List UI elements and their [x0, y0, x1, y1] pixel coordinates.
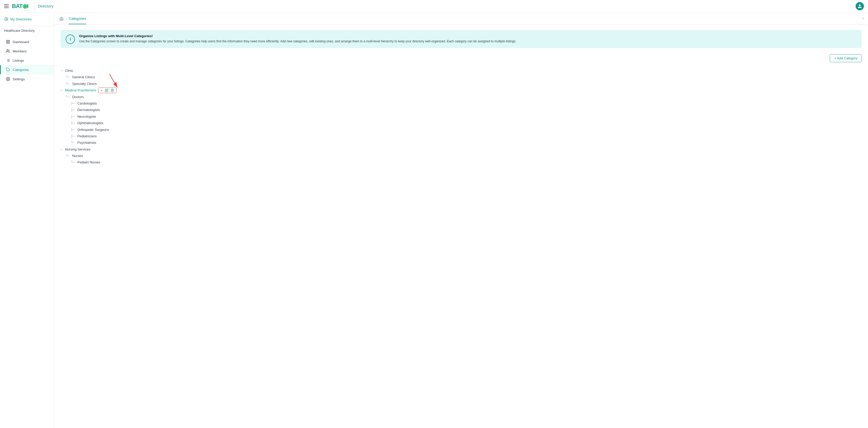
logo: BAT ◉ I: [12, 3, 28, 9]
tree-row-orthopedic-surgeons: ├─ Orthopedic Surgeons: [60, 127, 862, 133]
tree-row-general-clinics: └─ General Clinics: [60, 74, 862, 80]
tree-label-pediatri-nurses[interactable]: Pediatri Nurses: [77, 159, 100, 165]
tree-label-neurologists[interactable]: Neurologists: [77, 113, 96, 120]
tree-connector: └─: [71, 140, 77, 145]
info-banner-text: Organize Listings with Multi-Level Categ…: [79, 34, 516, 44]
svg-point-5: [7, 50, 8, 51]
tree-connector: └─: [66, 74, 71, 80]
tree-label-cardiologists[interactable]: Cardiologists: [77, 100, 97, 106]
chevron-left-icon: [861, 17, 865, 21]
tree-node-medical-practitioners: ─ Medical Practitioners +: [60, 87, 862, 146]
circle-arrow-icon: [4, 17, 8, 21]
tree-label-medical-practitioners[interactable]: Medical Practitioners: [65, 87, 96, 93]
svg-rect-1: [6, 40, 8, 41]
tree-label-general-clinics[interactable]: General Clinics: [72, 74, 95, 80]
tree-row-nurses: └─ Nurses: [60, 153, 862, 159]
tree-connector: └─: [71, 159, 77, 165]
tree-area: ─ Clinic └─ General Clinics └─ Specialty…: [60, 67, 862, 166]
delete-category-button[interactable]: [110, 89, 115, 92]
tree-node-nursing-services: ─ Nursing Services └─ Nurses └─ Pediatri…: [60, 146, 862, 166]
add-category-row: + Add Category: [60, 54, 862, 62]
tree-row-specialty-clinics: └─ Specialty Clinics: [60, 80, 862, 87]
tree-label-clinic[interactable]: Clinic: [65, 68, 73, 73]
sidebar-my-directories[interactable]: My Directories: [4, 15, 50, 23]
tree-row-doctors: └─ Doctors: [60, 94, 862, 100]
tree-label-ophthalmologists[interactable]: Ophthalmologists: [77, 120, 103, 126]
breadcrumb-home[interactable]: [59, 17, 64, 21]
tree-row-pediatri-nurses: └─ Pediatri Nurses: [60, 159, 862, 165]
tree-row-medical-practitioners: ─ Medical Practitioners +: [60, 87, 862, 94]
sidebar: My Directories Healthcare Directory Dash…: [0, 12, 54, 428]
svg-point-13: [7, 78, 8, 79]
sidebar-item-listings[interactable]: Listings: [0, 56, 54, 65]
sidebar-nav: Dashboard Members Listings: [0, 35, 54, 86]
tree-label-orthopedic-surgeons[interactable]: Orthopedic Surgeons: [77, 127, 109, 133]
tree-label-dermatologists[interactable]: Dermatologists: [77, 107, 100, 113]
user-avatar[interactable]: [856, 2, 864, 10]
tree-node-clinic: ─ Clinic └─ General Clinics └─ Specialty…: [60, 67, 862, 87]
sidebar-item-members[interactable]: Members: [0, 46, 54, 56]
tree-connector: ├─: [71, 133, 77, 139]
sidebar-item-dashboard[interactable]: Dashboard: [0, 37, 54, 46]
tree-label-nurses[interactable]: Nurses: [72, 153, 83, 159]
tree-connector: ├─: [71, 127, 77, 133]
add-category-button[interactable]: + Add Category: [830, 54, 862, 62]
tree-row-dermatologists: ├─ Dermatologists: [60, 107, 862, 113]
tree-label-pediatricians[interactable]: Pediatricians: [77, 133, 96, 139]
tree-row-clinic: ─ Clinic: [60, 67, 862, 74]
tree-row-neurologists: ├─ Neurologists: [60, 113, 862, 120]
tree-label-psychiatrists[interactable]: Psychiatrists: [77, 140, 96, 145]
tree-label-specialty-clinics[interactable]: Specialty Clinics: [72, 81, 97, 87]
tree-connector: ├─: [71, 107, 77, 113]
sidebar-top: My Directories: [0, 12, 54, 26]
members-icon: [6, 49, 10, 53]
main-content: › Categories i Organize Listings with Mu…: [54, 12, 868, 428]
sidebar-item-categories[interactable]: Categories: [0, 65, 54, 74]
tree-connector: ├─: [71, 100, 77, 106]
tree-connector: └─: [66, 94, 71, 100]
nav-title: Directory: [38, 4, 54, 8]
tree-row-cardiologists: ├─ Cardiologists: [60, 100, 862, 107]
breadcrumb-bar: › Categories: [54, 12, 868, 25]
topnav: BAT ◉ I Directory: [0, 0, 868, 12]
tree-label-nursing-services[interactable]: Nursing Services: [65, 146, 90, 152]
svg-rect-4: [8, 42, 9, 43]
tree-connector: ├─: [71, 120, 77, 126]
edit-icon: [105, 89, 108, 92]
tree-connector: ─: [60, 146, 65, 152]
info-icon: i: [66, 35, 75, 44]
trash-icon: [111, 89, 114, 92]
tree-connector: ─: [60, 68, 65, 73]
tree-row-psychiatrists: └─ Psychiatrists: [60, 139, 862, 146]
svg-rect-3: [6, 42, 8, 43]
tree-connector: ├─: [71, 113, 77, 120]
listings-icon: [6, 58, 10, 63]
info-banner: i Organize Listings with Multi-Level Cat…: [60, 30, 862, 48]
home-icon: [59, 17, 64, 21]
tree-row-nursing-services: ─ Nursing Services: [60, 146, 862, 153]
breadcrumb-current: Categories: [69, 17, 86, 24]
categories-icon: [6, 68, 10, 72]
tree-row-pediatricians: ├─ Pediatricians: [60, 133, 862, 139]
tree-connector: └─: [66, 81, 71, 87]
svg-rect-2: [8, 40, 9, 41]
tree-actions-medical-practitioners: +: [98, 88, 116, 93]
info-banner-body: Use the Categories screen to create and …: [79, 39, 516, 44]
hamburger-menu[interactable]: [4, 4, 9, 8]
breadcrumb-separator: ›: [66, 17, 67, 21]
category-tree: ─ Clinic └─ General Clinics └─ Specialty…: [60, 67, 862, 166]
edit-category-button[interactable]: [104, 89, 109, 92]
tree-label-doctors[interactable]: Doctors: [72, 94, 84, 100]
sidebar-directory-name[interactable]: Healthcare Directory: [0, 26, 54, 35]
tree-connector: ─: [60, 87, 65, 93]
dashboard-icon: [6, 40, 10, 44]
nav-divider: [35, 3, 35, 10]
tree-connector: └─: [66, 153, 71, 159]
tree-row-ophthalmologists: ├─ Ophthalmologists: [60, 120, 862, 126]
add-subcategory-button[interactable]: +: [100, 88, 103, 92]
content-area: i Organize Listings with Multi-Level Cat…: [54, 25, 868, 428]
info-banner-title: Organize Listings with Multi-Level Categ…: [79, 34, 516, 38]
breadcrumb-collapse-btn[interactable]: [858, 12, 868, 25]
settings-icon: [6, 77, 10, 81]
sidebar-item-settings[interactable]: Settings: [0, 74, 54, 84]
